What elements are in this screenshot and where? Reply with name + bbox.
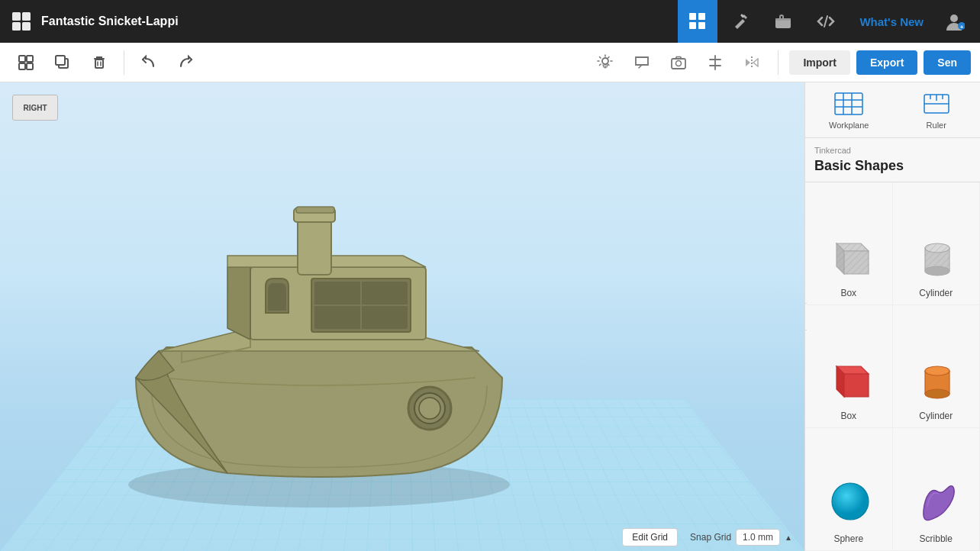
svg-rect-14 [19, 56, 25, 62]
light-icon-button[interactable] [590, 47, 621, 78]
delete-button[interactable] [82, 47, 116, 78]
toolbar-right-divider [778, 50, 779, 75]
codeblocks-button[interactable] [806, 0, 846, 43]
svg-text:+: + [960, 24, 964, 31]
svg-point-54 [925, 366, 949, 375]
ruler-label: Ruler [927, 121, 946, 130]
logo-icon[interactable] [9, 9, 34, 34]
send-button[interactable]: Sen [924, 50, 971, 75]
svg-point-55 [925, 389, 949, 398]
snap-chevron-icon[interactable]: ▲ [785, 533, 792, 542]
speech-icon-button[interactable] [627, 47, 657, 78]
svg-rect-19 [56, 56, 65, 65]
orientation-right-face: RIGHT [12, 95, 58, 121]
svg-rect-5 [698, 13, 705, 20]
bottom-bar: Edit Grid Snap Grid 1.0 mm ▲ [0, 524, 804, 551]
svg-rect-36 [835, 93, 862, 114]
shapes-grid: Box [805, 182, 980, 551]
undo-button[interactable] [132, 47, 166, 78]
main-area: RIGHT [0, 82, 980, 551]
svg-point-27 [419, 398, 440, 419]
svg-rect-2 [12, 22, 21, 31]
edit-grid-button[interactable]: Edit Grid [622, 528, 678, 546]
svg-rect-15 [27, 56, 33, 62]
shape-item-box-gray[interactable]: Box [805, 182, 893, 305]
topnav-icons [678, 0, 846, 43]
svg-rect-17 [27, 63, 33, 69]
workplane-ruler-row: Workplane Ruler [805, 82, 980, 138]
shape-icon-sphere-blue [818, 469, 879, 530]
svg-rect-35 [296, 207, 334, 213]
import-button[interactable]: Import [789, 50, 850, 75]
svg-point-56 [832, 483, 869, 520]
projects-button[interactable] [763, 0, 803, 43]
toolbar-divider [124, 50, 124, 75]
svg-rect-20 [95, 60, 103, 68]
shape-icon-cylinder-gray [905, 224, 966, 285]
redo-button[interactable] [169, 47, 202, 78]
toolbar-right: Import Export Sen [590, 47, 971, 78]
shape-label-cylinder-gray: Cylinder [919, 288, 953, 298]
camera-icon-button[interactable] [663, 47, 694, 78]
tinker-mode-button[interactable] [720, 0, 760, 43]
svg-rect-10 [775, 18, 791, 21]
shape-item-scribble[interactable]: Scribble [893, 428, 981, 551]
workplane-label: Workplane [829, 121, 869, 130]
ruler-icon [920, 90, 953, 118]
svg-point-52 [925, 266, 949, 276]
panel-category-header: Tinkercad [805, 138, 980, 158]
svg-rect-6 [689, 22, 696, 29]
shape-icon-box-red [818, 346, 879, 408]
svg-rect-33 [298, 218, 331, 275]
shape-label-cylinder-orange: Cylinder [919, 411, 953, 421]
export-button[interactable]: Export [856, 50, 917, 75]
svg-rect-1 [22, 12, 31, 21]
new-shape-button[interactable] [9, 47, 43, 78]
collapse-panel-button[interactable]: › [804, 303, 807, 330]
shape-item-sphere-blue[interactable]: Sphere [805, 428, 893, 551]
panel-title: Basic Shapes [805, 158, 980, 182]
shape-icon-scribble [905, 469, 966, 530]
design-mode-button[interactable] [678, 0, 717, 43]
shape-label-box-gray: Box [840, 288, 856, 298]
snap-grid-label: Snap Grid [690, 532, 731, 543]
shape-label-box-red: Box [840, 411, 856, 421]
svg-rect-0 [12, 12, 21, 21]
svg-point-21 [602, 58, 608, 64]
shape-icon-cylinder-orange [905, 346, 966, 408]
user-button[interactable]: + [937, 0, 971, 43]
whats-new-button[interactable]: What's New [846, 0, 937, 43]
ruler-button[interactable]: Ruler [893, 82, 981, 137]
svg-rect-7 [698, 22, 705, 29]
shape-label-sphere-blue: Sphere [833, 533, 863, 544]
orientation-cube[interactable]: RIGHT [12, 95, 61, 143]
right-panel: › Workplane [804, 82, 980, 551]
shape-item-cylinder-orange[interactable]: Cylinder [893, 305, 981, 428]
svg-point-11 [950, 14, 958, 22]
shape-item-cylinder-gray[interactable]: Cylinder [893, 182, 981, 305]
boat-3d-model [90, 126, 586, 508]
workplane-button[interactable]: Workplane [805, 82, 893, 137]
snap-value[interactable]: 1.0 mm [736, 529, 780, 546]
shape-label-scribble: Scribble [920, 533, 953, 544]
viewport[interactable]: RIGHT [0, 82, 804, 551]
mirror-icon-button[interactable] [737, 47, 767, 78]
toolbar: Import Export Sen [0, 43, 980, 82]
snap-grid-control: Snap Grid 1.0 mm ▲ [690, 529, 792, 546]
duplicate-button[interactable] [46, 47, 79, 78]
workplane-icon [832, 90, 866, 118]
shape-item-box-red[interactable]: Box [805, 305, 893, 428]
svg-point-23 [676, 60, 682, 66]
project-name: Fantastic Snicket-Lappi [41, 14, 179, 28]
svg-rect-4 [689, 13, 696, 20]
shape-icon-box-gray [818, 224, 879, 285]
svg-rect-3 [22, 22, 31, 31]
svg-rect-8 [740, 14, 745, 18]
top-navigation: Fantastic Snicket-Lappi [0, 0, 980, 43]
align-icon-button[interactable] [700, 47, 730, 78]
svg-point-51 [925, 243, 949, 253]
svg-rect-16 [19, 63, 25, 69]
